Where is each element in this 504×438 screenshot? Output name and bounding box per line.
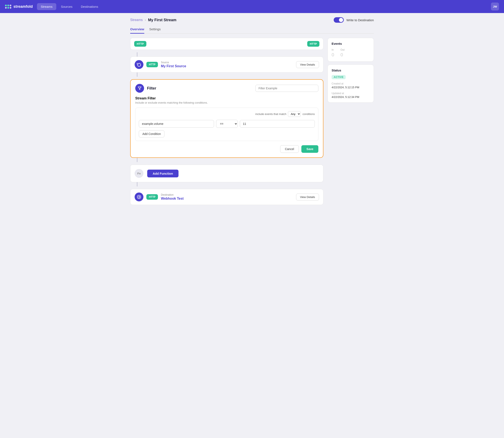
stream-filter-title: Stream Filter bbox=[135, 97, 318, 100]
condition-operator-select[interactable]: == != > < >= <= contains bbox=[216, 120, 238, 128]
brand: streamfold bbox=[5, 4, 33, 9]
source-card: HTTP Source My First Source View Details bbox=[130, 56, 323, 73]
updated-at-label: Updated at bbox=[332, 92, 370, 95]
filter-actions: Cancel Save bbox=[135, 145, 318, 153]
http-badge-left: HTTP bbox=[134, 41, 146, 47]
fn-icon: Fn bbox=[135, 169, 143, 178]
events-out-col: Out 0 bbox=[340, 48, 344, 58]
destination-http-badge: HTTP bbox=[146, 194, 158, 200]
source-http-badge: HTTP bbox=[146, 62, 158, 67]
filter-match-row: include events that match Any All condit… bbox=[139, 111, 315, 117]
filter-title: Filter bbox=[147, 86, 252, 91]
match-select[interactable]: Any All bbox=[288, 111, 301, 117]
function-card: Fn Add Function bbox=[130, 164, 323, 182]
add-condition-button[interactable]: Add Condition bbox=[139, 130, 164, 137]
match-prefix-label: include events that match bbox=[255, 112, 286, 116]
filter-conditions-box: include events that match Any All condit… bbox=[135, 108, 318, 141]
filter-card: Filter Stream Filter Include or exclude … bbox=[130, 79, 323, 158]
source-info: Source My First Source bbox=[161, 61, 293, 68]
created-at-value: 4/22/2024, 5:12:15 PM bbox=[332, 86, 370, 89]
pipeline-main: HTTP HTTP HTTP Source My First Source bbox=[130, 38, 323, 205]
breadcrumb: Streams › My First Stream bbox=[130, 18, 176, 22]
status-title: Status bbox=[332, 68, 370, 72]
nav-streams[interactable]: Streams bbox=[37, 3, 56, 10]
source-view-details-button[interactable]: View Details bbox=[296, 61, 319, 68]
match-suffix-label: conditions bbox=[302, 112, 315, 116]
connector-line-4 bbox=[137, 182, 137, 186]
navbar: streamfold Streams Sources Destinations … bbox=[0, 0, 504, 13]
tab-overview[interactable]: Overview bbox=[130, 25, 144, 34]
source-label: Source bbox=[161, 61, 293, 64]
filter-name-input[interactable] bbox=[255, 85, 318, 92]
updated-at-value: 4/22/2024, 5:12:34 PM bbox=[332, 95, 370, 99]
destination-card: HTTP Destination Webhook Test View Detai… bbox=[130, 189, 323, 205]
destination-name: Webhook Test bbox=[161, 197, 293, 200]
condition-row: == != > < >= <= contains bbox=[139, 120, 315, 128]
events-in-col: In 0 bbox=[332, 48, 334, 58]
breadcrumb-parent[interactable]: Streams bbox=[130, 18, 143, 22]
events-row: In 0 Out 0 bbox=[332, 48, 370, 58]
tab-settings[interactable]: Settings bbox=[149, 25, 161, 34]
write-destination-toggle[interactable] bbox=[334, 17, 344, 23]
tabs: Overview Settings bbox=[130, 25, 374, 34]
breadcrumb-row: Streams › My First Stream Write to Desti… bbox=[130, 13, 374, 25]
destination-label: Destination bbox=[161, 193, 293, 196]
user-avatar[interactable]: JW bbox=[491, 2, 499, 11]
http-badge-right: HTTP bbox=[307, 41, 319, 47]
filter-header: Filter bbox=[135, 84, 318, 93]
nav-links: Streams Sources Destinations bbox=[37, 3, 491, 10]
updated-at-row: Updated at 4/22/2024, 5:12:34 PM bbox=[332, 92, 370, 99]
http-endpoints-row: HTTP HTTP bbox=[130, 38, 323, 50]
brand-name: streamfold bbox=[13, 4, 33, 9]
connector-line-1 bbox=[137, 52, 137, 56]
write-destination-label: Write to Destination bbox=[346, 18, 374, 22]
events-out-label: Out bbox=[340, 48, 344, 51]
nav-sources[interactable]: Sources bbox=[57, 3, 76, 10]
events-title: Events bbox=[332, 42, 370, 45]
stream-filter-desc: Include or exclude events matching the f… bbox=[135, 101, 318, 104]
breadcrumb-separator: › bbox=[145, 18, 146, 22]
status-badge: ACTIVE bbox=[332, 75, 346, 79]
condition-value-input[interactable] bbox=[240, 120, 315, 128]
destination-view-details-button[interactable]: View Details bbox=[296, 194, 319, 200]
brand-logo bbox=[5, 5, 11, 9]
destination-icon bbox=[135, 193, 143, 201]
events-out-value: 0 bbox=[340, 52, 344, 58]
save-button[interactable]: Save bbox=[301, 145, 318, 153]
svg-marker-0 bbox=[138, 87, 141, 90]
connector-line-2 bbox=[137, 73, 137, 77]
created-at-label: Created at bbox=[332, 82, 370, 85]
events-card: Events In 0 Out 0 bbox=[328, 38, 374, 62]
created-at-row: Created at 4/22/2024, 5:12:15 PM bbox=[332, 82, 370, 89]
pipeline-area: HTTP HTTP HTTP Source My First Source bbox=[130, 38, 374, 205]
source-name: My First Source bbox=[161, 64, 293, 68]
breadcrumb-current: My First Stream bbox=[148, 18, 176, 22]
filter-icon bbox=[135, 84, 144, 93]
stream-filter-section: Stream Filter Include or exclude events … bbox=[135, 97, 318, 153]
add-function-button[interactable]: Add Function bbox=[147, 170, 178, 177]
source-icon bbox=[135, 60, 143, 69]
toggle-knob bbox=[339, 18, 343, 22]
cancel-button[interactable]: Cancel bbox=[280, 145, 299, 153]
condition-field-input[interactable] bbox=[139, 120, 214, 128]
nav-destinations[interactable]: Destinations bbox=[77, 3, 102, 10]
destination-info: Destination Webhook Test bbox=[161, 193, 293, 200]
write-destination-row: Write to Destination bbox=[334, 17, 374, 23]
events-in-value: 0 bbox=[332, 52, 334, 58]
pipeline-sidebar: Events In 0 Out 0 Status ACTIVE Created bbox=[328, 38, 374, 106]
connector-line-3 bbox=[137, 158, 137, 162]
events-in-label: In bbox=[332, 48, 334, 51]
status-card: Status ACTIVE Created at 4/22/2024, 5:12… bbox=[328, 65, 374, 103]
